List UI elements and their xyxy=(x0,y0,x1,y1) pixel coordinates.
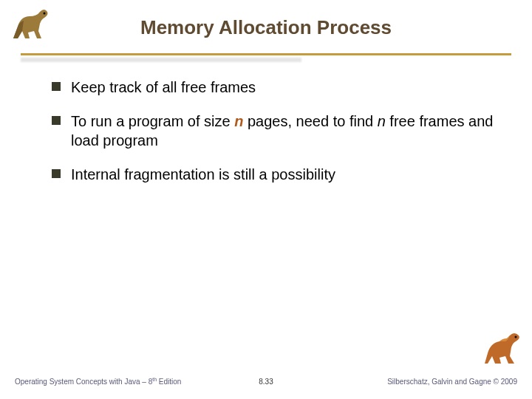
footer-copyright: Silberschatz, Galvin and Gagne © 2009 xyxy=(387,378,517,386)
bullet-text: Keep track of all free frames xyxy=(71,78,495,97)
slide-body: Keep track of all free frames To run a p… xyxy=(0,55,532,184)
bullet-marker-icon xyxy=(52,82,61,91)
svg-point-1 xyxy=(515,336,517,338)
slide-footer: Operating System Concepts with Java – 8t… xyxy=(0,362,532,392)
bullet-item: Keep track of all free frames xyxy=(52,78,495,97)
svg-point-0 xyxy=(44,13,46,15)
bullet-item: To run a program of size n pages, need t… xyxy=(52,112,495,150)
dinosaur-icon xyxy=(480,331,525,368)
title-rule xyxy=(0,53,532,55)
bullet-text: To run a program of size n pages, need t… xyxy=(71,112,495,150)
slide-title: Memory Allocation Process xyxy=(0,7,532,39)
slide-header: Memory Allocation Process xyxy=(0,0,532,52)
bullet-marker-icon xyxy=(52,169,61,178)
bullet-text: Internal fragmentation is still a possib… xyxy=(71,165,495,184)
dinosaur-icon xyxy=(7,6,52,43)
bullet-marker-icon xyxy=(52,116,61,125)
bullet-item: Internal fragmentation is still a possib… xyxy=(52,165,495,184)
